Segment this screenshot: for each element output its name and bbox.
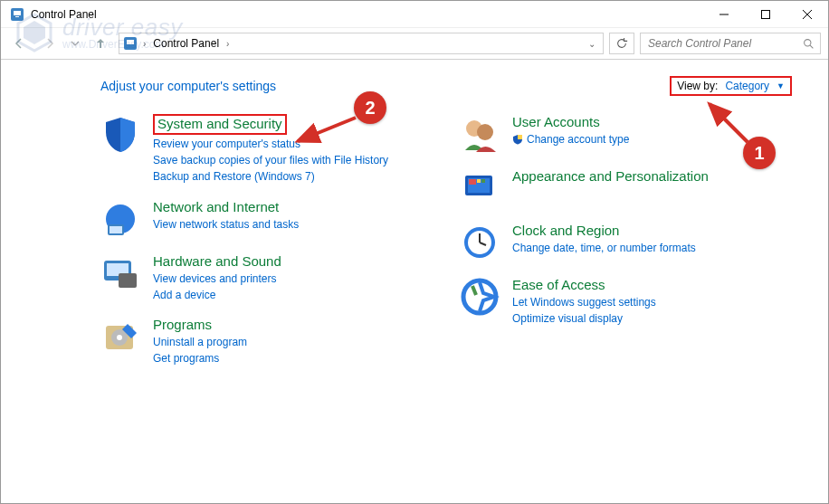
category-programs: Programs Uninstall a program Get program… (100, 317, 433, 366)
sublink[interactable]: View devices and printers (153, 271, 281, 286)
sublink[interactable]: View network status and tasks (153, 217, 299, 232)
recent-locations-button[interactable] (68, 31, 82, 56)
svg-line-10 (810, 45, 813, 48)
breadcrumb-item[interactable]: Control Panel (151, 37, 221, 50)
category-link-appearance-personalization[interactable]: Appearance and Personalization (512, 168, 709, 185)
sublink[interactable]: Let Windows suggest settings (512, 295, 656, 309)
shield-icon (100, 114, 140, 154)
category-link-programs[interactable]: Programs (153, 317, 247, 333)
sublink[interactable]: Add a device (153, 288, 281, 302)
svg-rect-13 (110, 226, 122, 233)
svg-rect-1 (14, 11, 21, 15)
category-appearance-personalization: Appearance and Personalization (460, 168, 792, 208)
sublink[interactable]: Change date, time, or number formats (512, 241, 696, 255)
refresh-button[interactable] (609, 33, 634, 54)
close-button[interactable] (786, 1, 828, 28)
dropdown-icon: ▼ (777, 81, 785, 90)
address-bar[interactable]: › Control Panel › ⌄ (119, 33, 604, 54)
category-network-internet: Network and Internet View network status… (100, 199, 433, 239)
sublink[interactable]: Get programs (153, 351, 247, 366)
svg-rect-25 (469, 179, 476, 185)
title-bar: Control Panel (1, 1, 828, 28)
forward-button[interactable] (37, 31, 62, 56)
category-link-ease-of-access[interactable]: Ease of Access (512, 277, 656, 293)
content-area: Adjust your computer's settings View by:… (1, 60, 828, 380)
annotation-bubble-2: 2 (354, 91, 386, 124)
window-title: Control Panel (31, 8, 97, 21)
clock-icon (460, 223, 500, 262)
svg-rect-2 (15, 16, 19, 17)
programs-icon (100, 317, 140, 357)
search-box[interactable] (640, 33, 821, 54)
network-icon (100, 199, 140, 239)
category-link-network-internet[interactable]: Network and Internet (153, 199, 299, 215)
view-by-selector[interactable]: View by: Category ▼ (670, 76, 792, 96)
category-clock-region: Clock and Region Change date, time, or n… (460, 223, 792, 262)
category-system-security: System and Security Review your computer… (100, 114, 433, 185)
maximize-button[interactable] (745, 1, 786, 28)
svg-rect-27 (481, 179, 485, 183)
chevron-right-icon[interactable]: › (224, 39, 231, 49)
category-ease-of-access: Ease of Access Let Windows suggest setti… (460, 277, 792, 326)
user-accounts-icon (460, 114, 500, 154)
sublink[interactable]: Change account type (527, 132, 629, 147)
nav-bar: › Control Panel › ⌄ (1, 28, 828, 59)
sublink[interactable]: Save backup copies of your files with Fi… (153, 153, 388, 167)
sublink[interactable]: Review your computer's status (153, 137, 388, 151)
category-user-accounts: User Accounts Change account type (460, 114, 792, 154)
svg-rect-8 (127, 40, 134, 44)
app-icon (10, 7, 24, 22)
category-link-clock-region[interactable]: Clock and Region (512, 223, 696, 239)
view-by-value: Category (725, 80, 769, 92)
svg-point-9 (805, 39, 811, 45)
page-heading: Adjust your computer's settings (100, 79, 276, 93)
annotation-bubble-1: 1 (743, 137, 776, 169)
address-dropdown-icon[interactable]: ⌄ (585, 39, 599, 49)
category-link-hardware-sound[interactable]: Hardware and Sound (153, 253, 281, 270)
category-column-left: System and Security Review your computer… (100, 114, 433, 380)
svg-rect-22 (518, 135, 522, 139)
sublink[interactable]: Backup and Restore (Windows 7) (153, 169, 388, 184)
category-column-right: User Accounts Change account type Appear… (460, 114, 792, 380)
search-input[interactable] (646, 36, 797, 51)
control-panel-icon (123, 36, 138, 51)
uac-shield-icon (512, 134, 523, 145)
svg-rect-4 (762, 10, 770, 18)
sublink[interactable]: Uninstall a program (153, 335, 247, 349)
sublink[interactable]: Optimize visual display (512, 311, 656, 326)
back-button[interactable] (6, 31, 32, 56)
category-link-system-security[interactable]: System and Security (153, 114, 287, 135)
category-hardware-sound: Hardware and Sound View devices and prin… (100, 253, 433, 302)
svg-point-21 (477, 124, 493, 140)
hardware-icon (100, 253, 140, 293)
category-link-user-accounts[interactable]: User Accounts (512, 114, 629, 130)
chevron-right-icon[interactable]: › (141, 39, 148, 49)
ease-of-access-icon (460, 277, 500, 317)
view-by-label: View by: (677, 80, 718, 92)
svg-rect-26 (477, 179, 481, 183)
minimize-button[interactable] (703, 1, 745, 28)
up-button[interactable] (88, 31, 113, 56)
svg-rect-16 (119, 273, 137, 288)
appearance-icon (460, 168, 500, 208)
search-icon[interactable] (803, 38, 815, 50)
svg-point-19 (117, 335, 122, 340)
